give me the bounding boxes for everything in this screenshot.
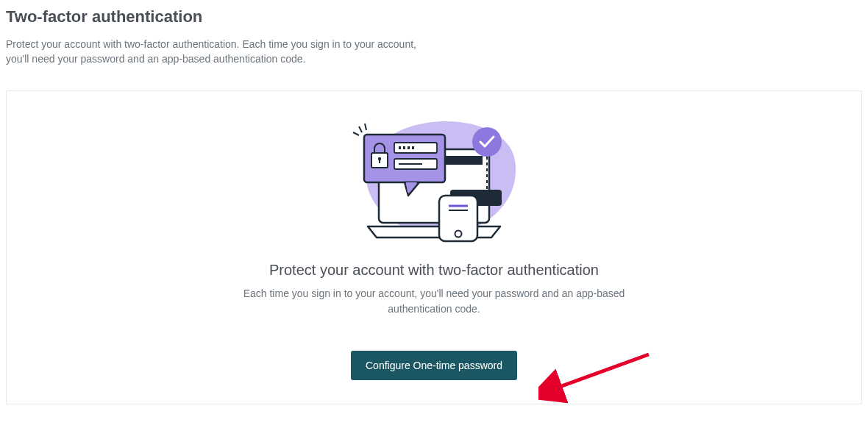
page-subtitle: Protect your account with two-factor aut… — [6, 37, 418, 67]
card-description: Each time you sign in to your account, y… — [243, 286, 625, 317]
svg-rect-11 — [399, 146, 401, 149]
two-factor-card: Protect your account with two-factor aut… — [6, 90, 862, 404]
page-title: Two-factor authentication — [6, 7, 862, 26]
card-heading: Protect your account with two-factor aut… — [269, 262, 599, 279]
two-factor-illustration — [324, 116, 544, 249]
svg-rect-14 — [412, 146, 414, 149]
svg-point-17 — [472, 127, 502, 157]
svg-rect-20 — [439, 196, 477, 241]
svg-line-4 — [359, 126, 362, 132]
configure-otp-button[interactable]: Configure One-time password — [351, 351, 517, 380]
svg-line-6 — [353, 132, 359, 135]
svg-rect-13 — [408, 146, 410, 149]
svg-line-5 — [365, 124, 366, 130]
svg-rect-12 — [403, 146, 405, 149]
